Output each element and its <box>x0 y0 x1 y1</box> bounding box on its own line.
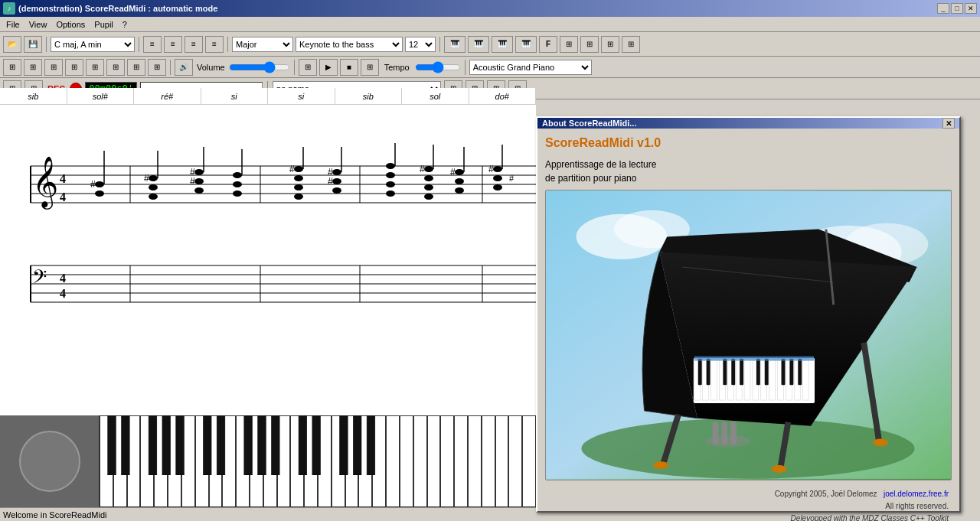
menu-pupil[interactable]: Pupil <box>90 18 117 31</box>
dialog-body: ScoreReadMidi v1.0 Apprentissage de la l… <box>537 129 959 521</box>
tb2-btn8[interactable]: ⊞ <box>148 59 166 76</box>
close-button[interactable]: ✕ <box>965 3 977 14</box>
white-key[interactable] <box>400 415 413 507</box>
tb2-btn6[interactable]: ⊞ <box>106 59 125 76</box>
white-key[interactable] <box>290 415 304 507</box>
piano-btn3[interactable]: 🎹 <box>492 36 513 53</box>
white-key[interactable] <box>427 415 441 507</box>
white-key[interactable] <box>209 415 223 507</box>
white-key[interactable] <box>345 415 359 507</box>
white-key[interactable] <box>454 415 468 507</box>
volume-slider[interactable] <box>229 61 290 73</box>
instrument-select[interactable]: Acoustic Grand Piano <box>469 60 592 75</box>
note-label-7: do# <box>469 88 537 104</box>
align-btn[interactable]: ≡ <box>185 36 203 53</box>
white-key[interactable] <box>508 415 522 507</box>
tb2-btn3[interactable]: ⊞ <box>44 59 63 76</box>
note-label-0: sib <box>0 88 67 104</box>
grid-btn3[interactable]: ⊞ <box>601 36 619 53</box>
svg-rect-127 <box>694 357 814 361</box>
key-signature-select[interactable]: C maj, A min <box>51 37 135 52</box>
save-button[interactable]: 💾 <box>24 36 42 53</box>
white-key[interactable] <box>127 415 141 507</box>
desc1: Apprentissage de la lecture <box>545 159 656 170</box>
white-key[interactable] <box>372 415 386 507</box>
white-key[interactable] <box>222 415 236 507</box>
menu-help[interactable]: ? <box>118 18 132 31</box>
white-key[interactable] <box>236 415 250 507</box>
tempo-slider[interactable] <box>415 61 461 73</box>
svg-text:#: # <box>144 173 149 184</box>
toolbar2: ⊞ ⊞ ⊞ ⊞ ⊞ ⊞ ⊞ ⊞ 🔊 Volume ⊞ ▶ ■ ⊞ Tempo A… <box>0 57 980 78</box>
menu-file[interactable]: File <box>2 18 24 31</box>
separator1 <box>46 37 47 52</box>
minimize-button[interactable]: _ <box>937 3 949 14</box>
menu-view[interactable]: View <box>24 18 52 31</box>
piano-btn2[interactable]: 🎹 <box>468 36 489 53</box>
circle-indicator <box>19 431 80 492</box>
menu-options[interactable]: Options <box>51 18 90 31</box>
svg-text:4: 4 <box>60 172 66 185</box>
mode-select[interactable]: Major <box>232 37 293 52</box>
indent-right-btn[interactable]: ≡ <box>164 36 182 53</box>
svg-point-65 <box>424 194 433 200</box>
white-key[interactable] <box>522 415 536 507</box>
piano-keys: // Draw black keys pattern <box>100 415 536 507</box>
white-key[interactable] <box>263 415 277 507</box>
white-key[interactable] <box>181 415 195 507</box>
maximize-button[interactable]: □ <box>951 3 963 14</box>
number-select[interactable]: 12 <box>405 37 436 52</box>
svg-rect-125 <box>789 359 793 386</box>
white-key[interactable] <box>482 415 495 507</box>
white-key[interactable] <box>440 415 454 507</box>
white-key[interactable] <box>195 415 209 507</box>
svg-text:𝄢: 𝄢 <box>32 266 47 291</box>
svg-point-30 <box>149 175 158 181</box>
white-key[interactable] <box>495 415 509 507</box>
white-key[interactable] <box>318 415 332 507</box>
about-dialog[interactable]: About ScoreReadMidi... ✕ ScoreReadMidi v… <box>536 116 961 513</box>
white-key[interactable] <box>277 415 291 507</box>
tb2-btn2[interactable]: ⊞ <box>24 59 42 76</box>
white-key[interactable] <box>140 415 154 507</box>
f-btn[interactable]: F <box>539 36 557 53</box>
svg-point-74 <box>493 175 502 181</box>
volume-icon[interactable]: 🔊 <box>175 59 193 76</box>
piano-circle-display <box>0 415 100 507</box>
indent-left-btn[interactable]: ≡ <box>143 36 162 53</box>
white-key[interactable] <box>113 415 127 507</box>
tb2-btn5[interactable]: ⊞ <box>86 59 104 76</box>
align2-btn[interactable]: ≡ <box>205 36 224 53</box>
open-button[interactable]: 📂 <box>3 36 21 53</box>
toolbar1: 📂 💾 C maj, A min ≡ ≡ ≡ ≡ Major Keynote t… <box>0 32 980 57</box>
white-key[interactable] <box>168 415 181 507</box>
stop-btn[interactable]: ■ <box>340 59 358 76</box>
white-key[interactable] <box>304 415 318 507</box>
tb2-btn4[interactable]: ⊞ <box>65 59 83 76</box>
white-key[interactable] <box>413 415 427 507</box>
svg-point-36 <box>194 178 204 184</box>
white-key[interactable] <box>154 415 168 507</box>
white-key[interactable] <box>468 415 482 507</box>
rec-btn[interactable]: ⊞ <box>361 59 379 76</box>
keynote-select[interactable]: Keynote to the bass <box>296 37 403 52</box>
note-label-4: si <box>268 88 335 104</box>
piano-btn4[interactable]: 🎹 <box>515 36 537 53</box>
separator3 <box>227 37 228 52</box>
white-key[interactable] <box>386 415 400 507</box>
grid-btn4[interactable]: ⊞ <box>622 36 640 53</box>
grid-btn2[interactable]: ⊞ <box>580 36 599 53</box>
white-key[interactable] <box>250 415 263 507</box>
play-btn[interactable]: ▶ <box>319 59 338 76</box>
title-bar-controls[interactable]: _ □ ✕ <box>937 3 977 14</box>
email-link[interactable]: joel.delomez.free.fr <box>884 490 949 498</box>
grid-btn1[interactable]: ⊞ <box>560 36 578 53</box>
white-key[interactable] <box>332 415 345 507</box>
dialog-close-button[interactable]: ✕ <box>942 118 955 129</box>
tb2-btn7[interactable]: ⊞ <box>127 59 145 76</box>
piano-btn1[interactable]: 🎹 <box>444 36 466 53</box>
white-key[interactable] <box>100 415 113 507</box>
white-key[interactable] <box>358 415 372 507</box>
play-all-btn[interactable]: ⊞ <box>299 59 317 76</box>
tb2-btn1[interactable]: ⊞ <box>3 59 21 76</box>
